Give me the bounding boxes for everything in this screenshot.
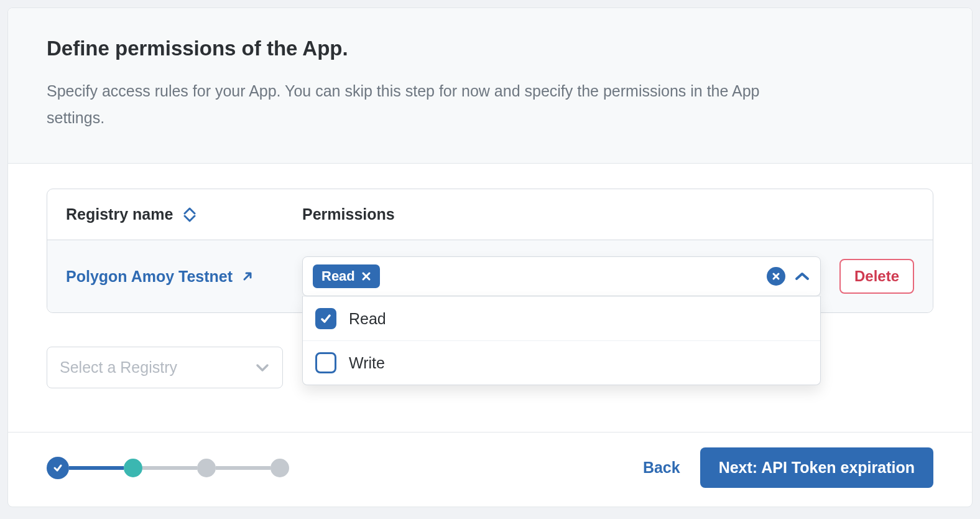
sort-icon	[183, 207, 196, 222]
card-body: Registry name Permissions Polygon Amoy T…	[8, 164, 972, 395]
wizard-footer: Back Next: API Token expiration	[8, 432, 972, 507]
step-bar-2	[142, 466, 197, 470]
permissions-selected-bar: Read	[303, 257, 820, 296]
col-permissions-label: Permissions	[302, 205, 395, 223]
col-registry-label: Registry name	[66, 205, 173, 223]
registry-name: Polygon Amoy Testnet	[66, 268, 233, 286]
option-write[interactable]: Write	[303, 340, 820, 385]
step-bar-3	[216, 466, 270, 470]
page-title: Define permissions of the App.	[47, 37, 933, 60]
step-1-complete	[47, 457, 69, 479]
select-registry-placeholder: Select a Registry	[60, 358, 177, 376]
chip-label: Read	[321, 268, 355, 284]
permissions-dropdown: Read Write	[302, 296, 821, 385]
option-read[interactable]: Read	[303, 296, 820, 340]
chevron-down-icon	[255, 363, 270, 373]
step-bar-1	[69, 466, 124, 470]
option-write-label: Write	[349, 354, 385, 372]
back-button[interactable]: Back	[643, 459, 680, 477]
checkbox-write[interactable]	[315, 352, 336, 373]
next-button[interactable]: Next: API Token expiration	[700, 447, 933, 488]
chip-remove-icon[interactable]	[361, 271, 371, 281]
permissions-table: Registry name Permissions Polygon Amoy T…	[47, 189, 933, 313]
permissions-cell: Read	[302, 256, 821, 296]
table-header-row: Registry name Permissions	[47, 189, 933, 240]
select-registry-dropdown[interactable]: Select a Registry	[47, 347, 283, 388]
permissions-card: Define permissions of the App. Specify a…	[7, 7, 973, 507]
permission-chip-read[interactable]: Read	[313, 264, 380, 288]
registry-link[interactable]: Polygon Amoy Testnet	[66, 268, 302, 286]
step-indicator	[47, 457, 289, 479]
table-row: Polygon Amoy Testnet Read	[47, 240, 933, 312]
step-4	[270, 459, 289, 477]
col-registry-name[interactable]: Registry name	[66, 205, 302, 223]
step-2-current	[124, 459, 142, 477]
chevron-up-icon[interactable]	[794, 271, 810, 281]
step-3	[197, 459, 216, 477]
delete-button[interactable]: Delete	[839, 259, 914, 294]
page-subtitle: Specify access rules for your App. You c…	[47, 78, 780, 131]
card-header: Define permissions of the App. Specify a…	[8, 8, 972, 164]
option-read-label: Read	[349, 310, 386, 328]
permissions-multiselect[interactable]: Read	[302, 256, 821, 296]
external-link-icon	[241, 270, 254, 283]
clear-all-icon[interactable]	[767, 267, 785, 286]
checkbox-read[interactable]	[315, 308, 336, 329]
